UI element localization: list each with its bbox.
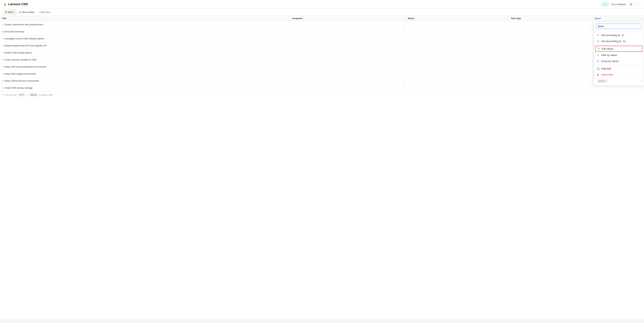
new-view-button[interactable]: + New view [37, 10, 52, 14]
table-row[interactable]: Decide between Rest API and GraphQL API … [0, 42, 644, 49]
cell-assignees: ▾ [290, 21, 406, 28]
cell-task-type: ▾ [509, 49, 592, 56]
row-dot-icon [2, 38, 3, 39]
dropdown-chevron-icon: ▾ [590, 45, 590, 46]
sprint-dropdown-panel: ⇅ Sort ascending (A...Z) ⇅ Sort descendi… [594, 21, 644, 86]
dropdown-chevron-icon: ▾ [403, 80, 404, 82]
dropdown-chevron-icon: ▾ [403, 45, 404, 46]
app-title: 🔒 Laimuna CMS [3, 2, 28, 6]
cell-title: Setup CSM staging environment [0, 70, 290, 77]
cell-status: ▾ [406, 63, 509, 70]
lock-icon: 🔒 [3, 3, 7, 6]
cell-title: Confirm requirments with business team [0, 21, 290, 28]
sprint3-badge: Sprint 3 [596, 79, 608, 83]
add-icon[interactable]: + [2, 93, 4, 96]
sprint3-chevron: ▾ [640, 80, 641, 82]
group-icon: ☰ [596, 60, 600, 62]
dropdown-chevron-icon: ▾ [590, 66, 590, 68]
group-by-values-item[interactable]: ☰ Group by values [594, 58, 644, 64]
cell-title: Decide CSM hosting options [0, 49, 290, 56]
cell-status: ▾ [406, 77, 509, 84]
dropdown-chevron-icon: ▾ [590, 73, 590, 75]
cell-status: ▾ [406, 28, 509, 35]
cell-title: Investigate current CSM software options [0, 35, 290, 42]
cell-title: Create CMS backup strategy [0, 84, 290, 91]
dropdown-chevron-icon: ▾ [506, 38, 507, 39]
dropdown-search-row [594, 24, 644, 31]
filter-icon: ≡ [596, 54, 600, 56]
sort-ascending-item[interactable]: ⇅ Sort ascending (A...Z) [594, 32, 644, 38]
dropdown-chevron-icon: ▾ [641, 87, 642, 89]
dropdown-chevron-icon: ▾ [590, 31, 590, 32]
table-row[interactable]: Setup CMS local development environment … [0, 63, 644, 70]
row-dot-icon [2, 31, 3, 32]
row-dot-icon [2, 59, 3, 60]
add-row-hint: + You can use Ctrl + Space to add an ite… [0, 91, 644, 98]
col-header-title[interactable]: Title [0, 16, 290, 21]
cell-status: ▾ [406, 42, 509, 49]
table-container[interactable]: Title Assignees Status [0, 16, 644, 323]
row-dot-icon [2, 73, 3, 74]
dropdown-chevron-icon: ▾ [590, 59, 590, 61]
col-header-sprint[interactable]: Sprint ▾ [592, 16, 644, 21]
filter-by-values-item[interactable]: ≡ Filter by values [594, 52, 644, 58]
dropdown-chevron-icon: ▾ [590, 80, 590, 82]
dropdown-chevron-icon: ▾ [506, 31, 507, 32]
col-header-status[interactable]: Status [406, 16, 509, 21]
dropdown-chevron-icon: ▾ [403, 87, 404, 89]
row-dot-icon [2, 52, 3, 53]
tab-main-kanban[interactable]: ⊞ Main Kanban [17, 10, 36, 14]
dropdown-chevron-icon: ▾ [403, 52, 404, 54]
layout-button[interactable]: ⊞ [628, 1, 634, 7]
table-row[interactable]: Create CMS backup strategy ▾ ▾ ▾ [0, 84, 644, 91]
sprint-search-input[interactable] [596, 24, 642, 29]
more-button[interactable]: ··· [636, 2, 641, 7]
cell-status: ▾ [406, 21, 509, 28]
cell-title: Setup CMS local development environment [0, 63, 290, 70]
cell-assignees: ▾ [290, 63, 406, 70]
delete-field-item[interactable]: 🗑 Delete field [594, 72, 644, 78]
cell-assignees: ▾ [290, 84, 406, 91]
dropdown-chevron-icon: ▾ [506, 73, 507, 75]
cell-title: [cms] Add monorepo [0, 28, 290, 35]
table-row[interactable]: Setup CSM production environment ▾ ▾ ▾ [0, 77, 644, 84]
dropdown-chevron-icon: ▾ [506, 24, 507, 25]
cell-assignees: ▾ [290, 28, 406, 35]
table-row[interactable]: Confirm requirments with business team ▾… [0, 21, 644, 28]
table-row[interactable]: Create security checklist for CMS ▾ ▾ ▾ [0, 56, 644, 63]
cell-assignees: ▾ [290, 42, 406, 49]
dropdown-chevron-icon: ▾ [506, 66, 507, 68]
table-icon: ⊞ [5, 11, 7, 13]
cell-task-type: ▾ [509, 35, 592, 42]
dropdown-chevron-icon: ▾ [403, 59, 404, 61]
ctrl-key: Ctrl [18, 93, 25, 96]
col-header-task-type[interactable]: Task Type [509, 16, 592, 21]
cell-task-type: ▾ [509, 21, 592, 28]
tab-main[interactable]: ⊞ Main ▾ [3, 10, 16, 14]
cell-status: ▾ [406, 56, 509, 63]
table-row[interactable]: Setup CSM staging environment ▾ ▾ ▾ [0, 70, 644, 77]
dropdown-chevron-icon: ▾ [403, 73, 404, 75]
cell-task-type: ▾ [509, 77, 592, 84]
chevron-icon: ▾ [14, 11, 14, 13]
cell-task-type: ▾ [509, 63, 592, 70]
cell-assignees: ▾ [290, 56, 406, 63]
cell-assignees: ▾ [290, 77, 406, 84]
dropdown-chevron-icon: ▾ [506, 45, 507, 46]
feedback-link[interactable]: Give feedback [611, 3, 626, 6]
main-content: Title Assignees Status [0, 16, 644, 323]
edit-icon: ✏️ [597, 47, 600, 50]
table-row[interactable]: Decide CSM hosting options ▾ ▾ ▾ [0, 49, 644, 56]
dropdown-chevron-icon: ▾ [590, 24, 590, 25]
table-row[interactable]: Investigate current CSM software options… [0, 35, 644, 42]
cell-task-type: ▾ [509, 42, 592, 49]
dropdown-chevron-icon: ▾ [590, 38, 590, 39]
edit-values-item[interactable]: ✏️ Edit values... [595, 46, 642, 52]
table-row[interactable]: [cms] Add monorepo ▾ ▾ ▾ ▾ [0, 28, 644, 35]
sort-descending-item[interactable]: ⇅ Sort descending (Z...A) [594, 38, 644, 44]
dropdown-chevron-icon: ▾ [403, 31, 404, 32]
cell-status: ▾ [406, 84, 509, 91]
cell-assignees: ▾ [290, 35, 406, 42]
hide-field-item[interactable]: 🚫 Hide field [594, 66, 644, 72]
col-header-assignees[interactable]: Assignees [290, 16, 406, 21]
